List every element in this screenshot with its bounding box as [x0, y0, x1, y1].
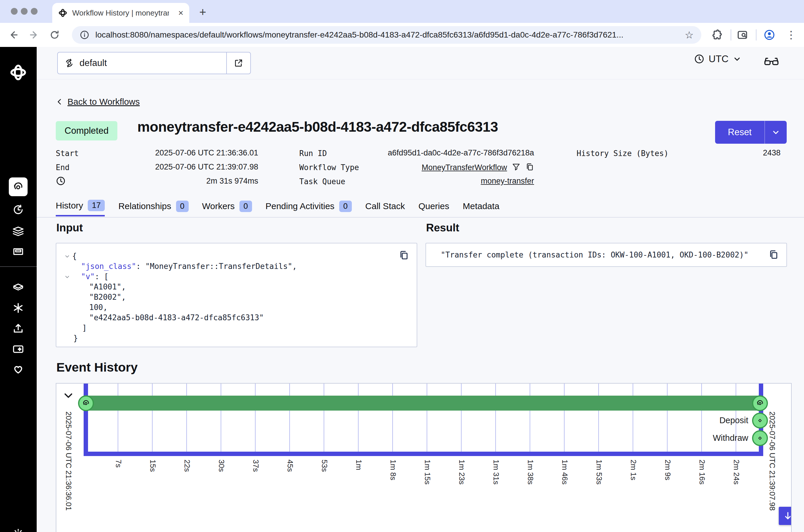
tick-label: 1m: [354, 459, 363, 470]
new-tab-button[interactable]: +: [196, 5, 209, 19]
activity-node-deposit[interactable]: [752, 413, 768, 429]
input-json-viewer: { "json_class": "MoneyTransfer::Transfer…: [62, 251, 297, 343]
browser-menu-icon[interactable]: ⋮: [784, 28, 798, 42]
window-minimize-button[interactable]: [21, 8, 27, 15]
tick-label: 1m 38s: [526, 459, 535, 484]
copy-workflow-type-icon[interactable]: [525, 163, 534, 171]
scroll-to-bottom-button[interactable]: [779, 507, 792, 525]
tab-metadata[interactable]: Metadata: [463, 196, 500, 216]
url-bar[interactable]: localhost:8080/namespaces/default/workfl…: [72, 26, 701, 44]
tick-label: 7s: [114, 459, 123, 468]
tick-label: 2m 24s: [732, 459, 741, 484]
tab-close-icon[interactable]: ×: [178, 8, 183, 17]
browser-tab[interactable]: Workflow History | moneytran ×: [52, 3, 189, 23]
reset-menu-caret[interactable]: [764, 121, 787, 144]
tick-label: 22s: [183, 459, 192, 472]
sidebar-item-support[interactable]: [9, 360, 27, 378]
duration-clock-icon: [56, 176, 66, 186]
run-id-value: a6fd95d1-da0c-4d2e-a77c-786f3d76218a: [352, 148, 534, 157]
toolbar-separator: [731, 29, 731, 40]
timezone-select[interactable]: UTC: [694, 53, 742, 64]
temporal-logo-icon[interactable]: [9, 63, 27, 82]
gridline: [392, 384, 393, 452]
gridline: [427, 384, 427, 452]
sidebar-item-feedback[interactable]: [9, 340, 27, 358]
workflow-execution-span[interactable]: [86, 396, 760, 411]
tick-label: 2m 9s: [663, 459, 672, 480]
tabs-divider: [37, 217, 804, 217]
sidebar-item-codec[interactable]: [9, 278, 27, 297]
site-info-icon[interactable]: [79, 30, 90, 40]
collapse-root-icon[interactable]: [62, 251, 72, 259]
timeline-start-time: 2025-07-06 UTC 21:36:36.01: [64, 412, 73, 511]
json-array-item: "e4242aa5-b08d-4183-a472-dfca85fc6313": [72, 312, 264, 323]
tick-label: 2m 1s: [629, 459, 638, 480]
sidebar-item-namespaces[interactable]: [9, 222, 27, 241]
start-value: 2025-07-06 UTC 21:36:36.01: [88, 148, 258, 157]
tab-queries[interactable]: Queries: [418, 196, 449, 216]
workflow-end-node[interactable]: [752, 395, 768, 411]
copy-result-icon[interactable]: [768, 249, 779, 260]
tick-label: 30s: [217, 459, 226, 472]
tab-history[interactable]: History 17: [56, 196, 105, 216]
task-queue-link[interactable]: money-transfer: [481, 176, 534, 185]
bookmark-star-icon[interactable]: ☆: [685, 29, 694, 41]
theme-toggle-sun-icon[interactable]: [9, 525, 27, 532]
gridline: [530, 384, 530, 452]
copy-input-icon[interactable]: [398, 250, 409, 261]
back-to-workflows-label: Back to Workflows: [68, 97, 140, 107]
window-close-button[interactable]: [11, 8, 18, 15]
tick-label: 53s: [320, 459, 329, 472]
namespace-bar: default UTC: [37, 47, 804, 79]
filter-funnel-icon[interactable]: [512, 163, 521, 171]
labs-glasses-icon[interactable]: [764, 55, 779, 68]
tab-relationships[interactable]: Relationships 0: [118, 196, 188, 216]
profile-avatar-icon[interactable]: [762, 28, 777, 42]
namespace-external-link-icon[interactable]: [226, 53, 250, 74]
collapse-v-icon[interactable]: [62, 271, 72, 280]
tab-workers[interactable]: Workers 0: [202, 196, 252, 216]
sidebar-item-archive[interactable]: [9, 242, 27, 261]
timeline-expand-icon[interactable]: [63, 390, 74, 401]
tab-history-count: 17: [88, 200, 105, 211]
json-key: "v": [81, 272, 95, 281]
sidebar-item-import[interactable]: [9, 319, 27, 338]
sidebar-item-schedules[interactable]: [9, 200, 27, 219]
back-icon[interactable]: [6, 28, 21, 42]
activity-label-deposit: Deposit: [672, 416, 748, 425]
sidebar-item-workflows[interactable]: [9, 177, 27, 196]
reload-icon[interactable]: [48, 28, 62, 42]
timeline-end-time: 2025-07-06 UTC 21:39:07.98: [768, 412, 777, 511]
tick-label: 1m 53s: [595, 459, 603, 484]
event-history-timeline: 7s15s22s30s37s45s53s1m1m 8s1m 15s1m 23s1…: [56, 383, 792, 532]
workflow-start-node[interactable]: [78, 395, 94, 411]
workflow-type-link[interactable]: MoneyTransferWorkflow: [422, 163, 507, 172]
sidebar-item-labs[interactable]: [9, 299, 27, 317]
back-to-workflows-link[interactable]: Back to Workflows: [56, 97, 140, 107]
forward-icon[interactable]: [27, 28, 41, 42]
reset-split-button: Reset: [715, 121, 787, 144]
tab-call-stack[interactable]: Call Stack: [365, 196, 405, 216]
browser-tabstrip: Workflow History | moneytran × +: [0, 0, 804, 23]
json-key: "json_class": [81, 262, 136, 271]
window-zoom-button[interactable]: [31, 8, 38, 15]
tick-label: 1m 8s: [389, 459, 398, 480]
input-heading: Input: [56, 222, 83, 234]
timezone-label: UTC: [709, 53, 729, 64]
workflow-title: moneytransfer-e4242aa5-b08d-4183-a472-df…: [137, 119, 498, 135]
extensions-icon[interactable]: [710, 28, 724, 42]
url-text: localhost:8080/namespaces/default/workfl…: [95, 30, 681, 40]
activity-node-withdraw[interactable]: [752, 430, 768, 446]
tick-label: 37s: [251, 459, 260, 472]
browser-toolbar: localhost:8080/namespaces/default/workfl…: [0, 23, 804, 47]
side-panel-search-icon[interactable]: [735, 28, 749, 42]
status-badge: Completed: [56, 121, 117, 140]
tab-pending-activities[interactable]: Pending Activities 0: [265, 196, 352, 216]
tick-label: 2m 16s: [697, 459, 707, 484]
tick-label: 1m 31s: [491, 459, 501, 484]
gridline: [495, 384, 496, 452]
reset-button[interactable]: Reset: [715, 121, 764, 144]
namespace-select[interactable]: default: [57, 52, 251, 74]
workflow-type-label: Workflow Type: [299, 163, 359, 172]
gridline: [186, 384, 187, 452]
